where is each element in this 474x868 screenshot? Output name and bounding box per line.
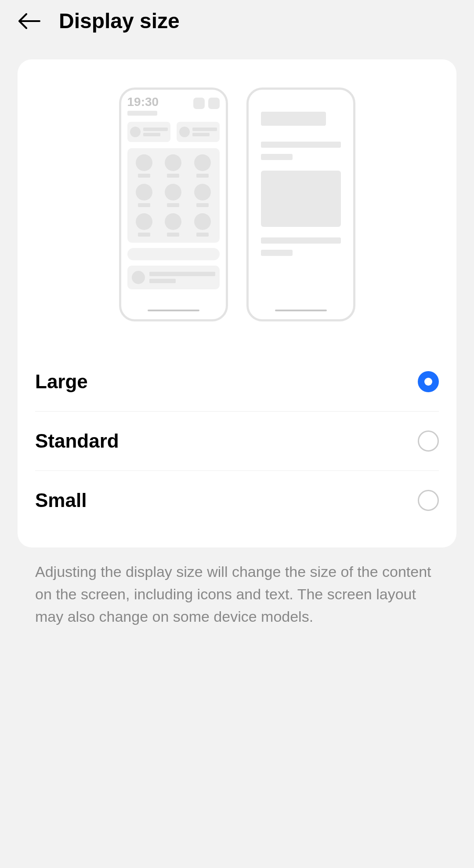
header: Display size <box>0 0 474 42</box>
preview-area: 19:30 <box>18 88 456 321</box>
radio-unselected-icon <box>418 430 439 452</box>
display-size-options: Large Standard Small <box>18 352 456 530</box>
arrow-left-icon <box>18 13 40 29</box>
option-label: Small <box>35 489 87 511</box>
back-button[interactable] <box>18 10 40 33</box>
phone-preview-content <box>246 88 355 321</box>
settings-card: 19:30 <box>18 59 456 547</box>
page-title: Display size <box>59 9 180 33</box>
option-standard[interactable]: Standard <box>35 412 439 471</box>
description-text: Adjusting the display size will change t… <box>0 547 474 628</box>
option-label: Large <box>35 371 88 393</box>
radio-selected-icon <box>418 371 439 392</box>
option-label: Standard <box>35 430 119 452</box>
option-large[interactable]: Large <box>35 352 439 412</box>
preview-time: 19:30 <box>127 96 159 108</box>
phone-preview-home: 19:30 <box>119 88 228 321</box>
option-small[interactable]: Small <box>35 471 439 530</box>
radio-unselected-icon <box>418 490 439 511</box>
